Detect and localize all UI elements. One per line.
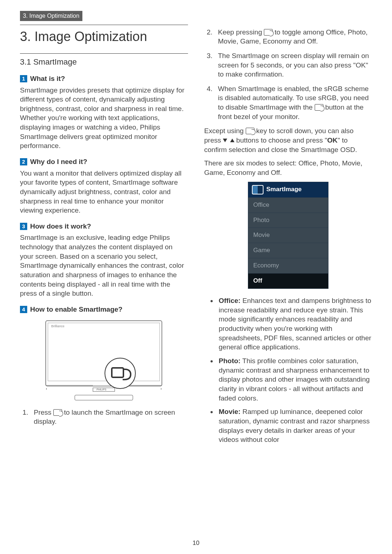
svg-text:PHILIPS: PHILIPS xyxy=(97,388,106,391)
svg-rect-1 xyxy=(48,323,160,381)
q2-heading: 2Why do I need it? xyxy=(20,157,188,167)
svg-text:Brilliance: Brilliance xyxy=(51,324,65,328)
except-paragraph: Except using key to scroll down, you can… xyxy=(204,126,372,154)
mode-bullets: Office: Enhances text and dampens bright… xyxy=(204,296,372,444)
step-4: When SmartImage is enabled, the sRGB sch… xyxy=(215,84,372,122)
q2-body: You want a monitor that delivers optimiz… xyxy=(20,169,188,215)
osd-item-off: Off xyxy=(248,273,328,288)
q1-title: What is it? xyxy=(30,75,65,82)
right-column: Keep pressing to toggle among Office, Ph… xyxy=(204,21,372,449)
q1-heading: 1What is it? xyxy=(20,74,188,83)
smartimage-icon xyxy=(53,409,62,416)
page-number: 10 xyxy=(0,539,392,547)
q3-number: 3 xyxy=(20,223,27,230)
modes-intro: There are six modes to select: Office, P… xyxy=(204,159,372,177)
q2-number: 2 xyxy=(20,158,27,165)
q1-number: 1 xyxy=(20,75,27,82)
chapter-title: 3. Image Optimization xyxy=(20,25,188,46)
left-column: 3. Image Optimization 3.1 SmartImage 1Wh… xyxy=(20,21,188,449)
except-c: buttons to choose and press " xyxy=(234,136,327,144)
svg-point-10 xyxy=(46,388,47,389)
bullet-photo: Photo: This profile combines color satur… xyxy=(217,356,372,403)
q4-heading: 4How to enable SmartImage? xyxy=(20,305,188,314)
q3-heading: 3How does it work? xyxy=(20,222,188,231)
step-1: Press to launch the SmartImage on screen… xyxy=(30,408,188,426)
osd-item-movie: Movie xyxy=(248,227,328,243)
left-steps: Press to launch the SmartImage on screen… xyxy=(20,408,188,426)
osd-title-row: SmartImage xyxy=(248,182,328,197)
step-2: Keep pressing to toggle among Office, Ph… xyxy=(215,28,372,46)
bullet-movie: Movie: Ramped up luminance, deepened col… xyxy=(217,407,372,444)
osd-item-game: Game xyxy=(248,243,328,258)
svg-rect-4 xyxy=(75,395,133,400)
q3-body: SmartImage is an exclusive, leading edge… xyxy=(20,233,188,298)
right-steps: Keep pressing to toggle among Office, Ph… xyxy=(204,28,372,122)
q1-body: SmartImage provides presets that optimiz… xyxy=(20,86,188,151)
bullet-photo-body: This profile combines color saturation, … xyxy=(219,357,370,402)
running-header: 3. Image Optimization xyxy=(20,11,82,21)
bullet-office-label: Office: xyxy=(219,297,241,304)
bullet-office-body: Enhances text and dampens brightness to … xyxy=(219,297,371,351)
arrow-up-icon xyxy=(230,139,234,142)
monitor-illustration: Brilliance PHILIPS xyxy=(38,317,169,404)
step-1a: Press xyxy=(34,409,53,416)
arrow-down-icon xyxy=(223,139,227,142)
q2-title: Why do I need it? xyxy=(30,158,87,165)
smartimage-icon xyxy=(264,29,273,36)
smartimage-icon xyxy=(246,128,254,134)
q4-number: 4 xyxy=(20,306,27,313)
q4-title: How to enable SmartImage? xyxy=(30,305,122,313)
svg-point-11 xyxy=(161,388,162,389)
osd-menu: SmartImage Office Photo Movie Game Econo… xyxy=(248,182,328,289)
bullet-office: Office: Enhances text and dampens bright… xyxy=(217,296,372,352)
osd-item-economy: Economy xyxy=(248,258,328,273)
q3-title: How does it work? xyxy=(30,222,91,230)
except-ok: OK xyxy=(327,136,338,144)
osd-item-photo: Photo xyxy=(248,213,328,228)
step-3: The SmartImage on screen display will re… xyxy=(215,51,372,79)
smartimage-osd-icon xyxy=(252,185,264,194)
except-a: Except using xyxy=(204,127,246,135)
bullet-movie-body: Ramped up luminance, deepened color satu… xyxy=(219,408,370,443)
bullet-photo-label: Photo: xyxy=(219,357,241,365)
smartimage-icon xyxy=(315,104,323,111)
osd-item-office: Office xyxy=(248,197,328,213)
bullet-movie-label: Movie: xyxy=(219,408,241,415)
osd-title-text: SmartImage xyxy=(266,185,302,194)
step-2a: Keep pressing xyxy=(218,28,264,36)
section-title: 3.1 SmartImage xyxy=(20,53,188,67)
svg-rect-0 xyxy=(46,321,162,386)
